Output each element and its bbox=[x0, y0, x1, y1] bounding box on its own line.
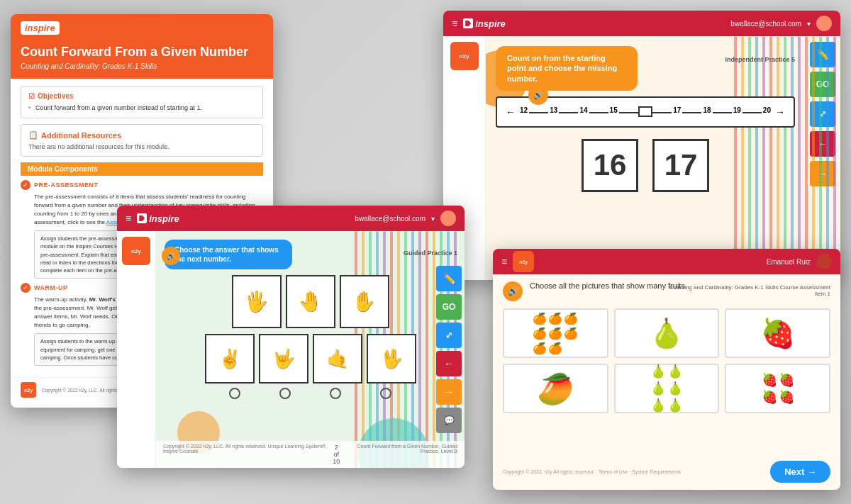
fruit-cell-4[interactable]: 🥭 bbox=[503, 364, 608, 413]
answer-box-3[interactable]: 🤙 bbox=[313, 334, 362, 383]
fruit-oranges: 🍊🍊🍊 🍊🍊🍊 🍊🍊 bbox=[533, 312, 578, 355]
assess-header-left: ≡ n2y bbox=[501, 251, 534, 272]
answer-emoji-3: 🤙 bbox=[326, 348, 349, 370]
student-lesson-window: ≡ inspire bwallace@school.com ▾ bbox=[443, 11, 840, 280]
teacher-subtitle: Counting and Cardinality: Grades K-1 Ski… bbox=[21, 62, 263, 70]
big-number-16[interactable]: 16 bbox=[582, 139, 638, 192]
objectives-box: ☑ Objectives Count forward from a given … bbox=[21, 86, 263, 119]
guided-left-panel: n2y bbox=[117, 231, 156, 468]
nl-num-13: 13 bbox=[548, 106, 559, 117]
user-avatar-student bbox=[816, 16, 832, 31]
fruit-pears-many: 🍐🍐 🍐🍐 🍐🍐 bbox=[650, 364, 683, 413]
user-email-guided: bwallace@school.com bbox=[355, 215, 425, 223]
user-email-student: bwallace@school.com bbox=[730, 20, 801, 28]
pre-assessment-label: PRE-ASSESSMENT bbox=[34, 181, 99, 189]
answer-emoji-1: ✌️ bbox=[218, 348, 241, 370]
fruit-strawberries-many: 🍓🍓 🍓🍓 bbox=[762, 372, 794, 405]
nl-num-15: 15 bbox=[608, 106, 619, 117]
inspire-text-student: inspire bbox=[475, 18, 506, 29]
chat-btn-guided[interactable]: 💬 bbox=[436, 408, 462, 433]
page-indicator: 2 of 10 bbox=[333, 444, 340, 465]
nl-right-arrow: → bbox=[775, 106, 785, 118]
fruit-strawberry-single: 🍓 bbox=[760, 317, 796, 350]
radio-row-guided bbox=[160, 388, 460, 399]
inspire-logo-student: inspire bbox=[463, 18, 506, 29]
guided-practice-window: ≡ inspire bwallace@school.com ▾ bbox=[117, 206, 465, 468]
answer-box-2[interactable]: 🤟 bbox=[259, 334, 308, 383]
speaker-btn-student[interactable]: 🔊 bbox=[528, 85, 548, 105]
dropdown-arrow-guided[interactable]: ▾ bbox=[431, 215, 435, 223]
hand-sign-2[interactable]: 🤚 bbox=[286, 275, 335, 328]
nl-num-18: 18 bbox=[701, 106, 712, 117]
fruit-cell-3[interactable]: 🍓 bbox=[725, 308, 830, 358]
objectives-icon: ☑ bbox=[28, 92, 35, 100]
warm-up-label: WARM-UP bbox=[34, 284, 68, 291]
additional-resources-title: 📋 Additional Resources bbox=[28, 130, 255, 140]
nl-num-20: 20 bbox=[762, 106, 772, 117]
fruit-pear-single: 🍐 bbox=[649, 317, 684, 350]
hamburger-icon-assess[interactable]: ≡ bbox=[501, 256, 507, 267]
nl-left-arrow: ← bbox=[506, 106, 516, 118]
resources-icon: 📋 bbox=[28, 130, 38, 140]
student-header: ≡ inspire bwallace@school.com ▾ bbox=[443, 11, 840, 36]
guided-header: ≡ inspire bwallace@school.com ▾ bbox=[117, 206, 465, 231]
pre-assessment-label-row: ✓ PRE-ASSESSMENT bbox=[21, 180, 263, 190]
big-number-17[interactable]: 17 bbox=[652, 139, 709, 192]
assess-body: Counting and Cardinality: Grades K-1 Ski… bbox=[493, 274, 840, 490]
guided-content: Guided Practice 1 🔊 Choose the answer th… bbox=[156, 240, 465, 399]
fruit-cell-2[interactable]: 🍐 bbox=[614, 308, 720, 358]
inspire-logo-mark bbox=[463, 18, 473, 28]
hand-signs-row: 🖐 🤚 ✋ bbox=[163, 275, 457, 328]
hamburger-icon[interactable]: ≡ bbox=[452, 18, 457, 29]
inspire-logo-mark-inner bbox=[465, 21, 471, 26]
hand-sign-3[interactable]: ✋ bbox=[340, 275, 389, 328]
header-left: ≡ inspire bbox=[452, 18, 506, 29]
n2y-badge-assess: n2y bbox=[513, 251, 534, 272]
next-button[interactable]: Next → bbox=[770, 461, 830, 483]
nl-num-blank bbox=[638, 106, 652, 117]
additional-resources-text: There are no additional resources for th… bbox=[28, 143, 255, 150]
assessment-window: ≡ n2y Emanuel Ruiz Counting and Cardinal… bbox=[493, 249, 840, 490]
user-avatar-assess bbox=[816, 254, 832, 269]
fruit-cell-1[interactable]: 🍊🍊🍊 🍊🍊🍊 🍊🍊 bbox=[503, 308, 608, 358]
answer-emoji-4: 🖖 bbox=[380, 348, 403, 370]
assess-header-right: Emanuel Ruiz bbox=[767, 254, 832, 269]
radio-4[interactable] bbox=[380, 388, 391, 399]
hamburger-icon-guided[interactable]: ≡ bbox=[126, 213, 131, 224]
radio-3[interactable] bbox=[330, 388, 341, 399]
guided-footer-right: Count Forward from a Given Number, Guide… bbox=[340, 444, 457, 465]
hand-sign-1[interactable]: 🖐 bbox=[232, 275, 282, 328]
answer-box-4[interactable]: 🖖 bbox=[367, 334, 416, 383]
inspire-logo-teacher: inspire bbox=[21, 21, 60, 35]
student-body: n2y Independent Practice 5 🔊 Count on fr… bbox=[443, 36, 840, 280]
nl-num-14: 14 bbox=[578, 106, 589, 117]
answer-box-1[interactable]: ✌️ bbox=[205, 334, 255, 383]
hand-sign-emoji-3: ✋ bbox=[352, 290, 377, 313]
fruit-cell-6[interactable]: 🍓🍓 🍓🍓 bbox=[725, 364, 830, 413]
hand-sign-emoji-2: 🤚 bbox=[298, 290, 323, 313]
nl-num-19: 19 bbox=[732, 106, 742, 117]
inspire-logo-guided: inspire bbox=[137, 213, 179, 224]
assess-info-text: Counting and Cardinality: Grades K-1 Ski… bbox=[669, 284, 830, 297]
guided-main: Guided Practice 1 🔊 Choose the answer th… bbox=[156, 231, 465, 468]
speaker-btn-guided[interactable]: 🔊 bbox=[162, 247, 180, 265]
guided-footer-left: Copyright © 2022 n2y, LLC. All rights re… bbox=[163, 444, 333, 465]
independent-practice-label: Independent Practice 5 bbox=[725, 56, 795, 63]
n2y-badge-guided: n2y bbox=[122, 237, 150, 265]
nl-numbers-row: 12 13 14 15 17 18 19 20 bbox=[518, 106, 772, 117]
answer-emoji-2: 🤟 bbox=[272, 348, 295, 370]
assess-header: ≡ n2y Emanuel Ruiz bbox=[493, 249, 840, 274]
user-name-assess: Emanuel Ruiz bbox=[767, 258, 811, 266]
inspire-text-guided: inspire bbox=[149, 213, 179, 224]
dropdown-arrow[interactable]: ▾ bbox=[807, 20, 811, 28]
fruit-cell-5[interactable]: 🍐🍐 🍐🍐 🍐🍐 bbox=[614, 364, 720, 413]
guided-footer: Copyright © 2022 n2y, LLC. All rights re… bbox=[156, 441, 465, 468]
assess-speaker-btn[interactable]: 🔊 bbox=[503, 281, 523, 301]
assess-footer-row: Copyright © 2022, n2y All rights reserve… bbox=[503, 461, 830, 483]
fruit-mango: 🥭 bbox=[537, 371, 574, 406]
radio-2[interactable] bbox=[279, 388, 291, 399]
question-bubble-student: Count on from the starting point and cho… bbox=[496, 46, 638, 91]
inspire-logo-mark-guided bbox=[137, 213, 147, 223]
radio-1[interactable] bbox=[229, 388, 240, 399]
guided-question-bubble: Choose the answer that shows the next nu… bbox=[165, 240, 292, 269]
